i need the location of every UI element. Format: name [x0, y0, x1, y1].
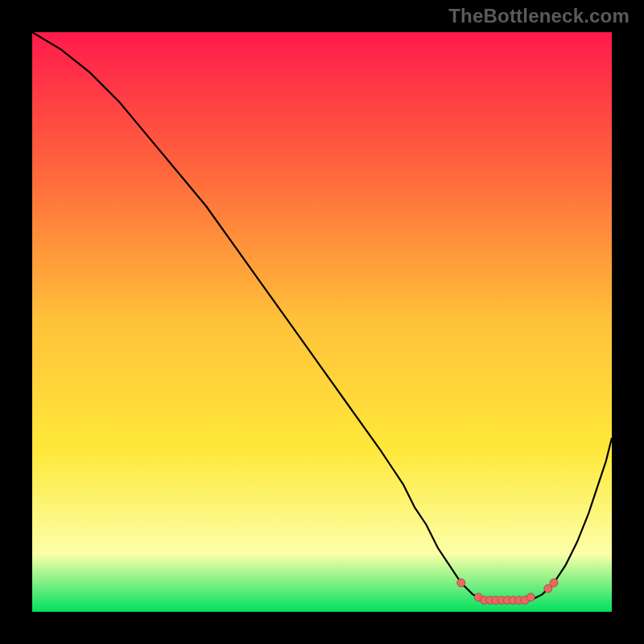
marker-dot: [526, 593, 535, 601]
watermark-text: TheBottleneck.com: [448, 5, 630, 27]
marker-dot: [550, 579, 558, 587]
chart-plot-area: [32, 32, 612, 612]
gradient-background: [32, 32, 612, 612]
chart-stage: TheBottleneck.com: [0, 0, 644, 644]
marker-dot: [457, 579, 465, 587]
chart-svg: [32, 32, 612, 612]
